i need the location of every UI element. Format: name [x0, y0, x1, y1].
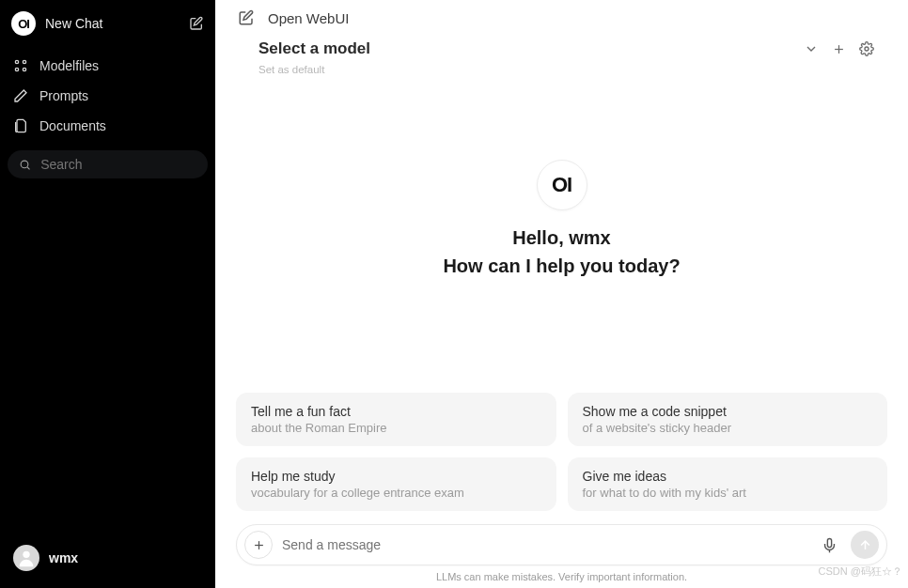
svg-point-1: [23, 60, 25, 63]
svg-line-5: [27, 166, 29, 168]
sidebar: OI New Chat Modelfiles Prompts Documents…: [0, 0, 215, 588]
sidebar-nav: Modelfiles Prompts Documents: [8, 51, 208, 141]
app-logo-icon: OI: [11, 11, 36, 36]
suggestion-card[interactable]: Show me a code snippet of a website's st…: [568, 393, 888, 446]
attach-button[interactable]: [244, 531, 273, 559]
mic-icon: [822, 537, 838, 553]
sidebar-top: OI New Chat: [8, 11, 208, 47]
new-chat-label: New Chat: [45, 16, 102, 31]
svg-point-6: [23, 551, 29, 558]
user-menu[interactable]: wmx: [8, 539, 208, 577]
svg-point-4: [21, 161, 28, 168]
disclaimer-text: LLMs can make mistakes. Verify important…: [215, 571, 908, 588]
sidebar-item-label: Prompts: [39, 88, 88, 103]
greeting-line: How can I help you today?: [443, 252, 680, 280]
svg-point-0: [15, 60, 18, 63]
svg-point-3: [23, 68, 25, 70]
suggestion-sub: for what to do with my kids' art: [583, 486, 873, 500]
sidebar-item-modelfiles[interactable]: Modelfiles: [8, 51, 208, 81]
search-input[interactable]: [40, 157, 196, 172]
arrow-up-icon: [858, 538, 872, 552]
app-logo-large-icon: OI: [537, 160, 587, 210]
search-field[interactable]: [8, 150, 208, 178]
suggestion-title: Help me study: [251, 469, 541, 484]
greeting-text: Hello, wmx How can I help you today?: [443, 224, 680, 280]
compose-icon[interactable]: [189, 16, 204, 31]
avatar: [13, 545, 39, 571]
mic-button[interactable]: [822, 537, 838, 553]
sidebar-item-prompts[interactable]: Prompts: [8, 81, 208, 111]
sidebar-item-documents[interactable]: Documents: [8, 111, 208, 141]
suggestion-card[interactable]: Help me study vocabulary for a college e…: [236, 457, 556, 511]
sidebar-item-label: Modelfiles: [39, 58, 99, 73]
message-input-bar: [236, 524, 887, 565]
suggestion-grid: Tell me a fun fact about the Roman Empir…: [215, 393, 908, 511]
app-title: Open WebUI: [268, 10, 349, 26]
new-chat-button[interactable]: OI New Chat: [11, 11, 102, 36]
message-input[interactable]: [282, 537, 812, 552]
main-area: Open WebUI Select a model Set as default…: [215, 0, 908, 588]
suggestion-sub: vocabulary for a college entrance exam: [251, 486, 541, 500]
documents-icon: [13, 118, 28, 133]
pencil-icon: [13, 88, 28, 103]
svg-point-2: [15, 68, 18, 70]
user-name-label: wmx: [49, 550, 78, 565]
welcome-block: OI Hello, wmx How can I help you today?: [215, 47, 908, 393]
suggestion-card[interactable]: Tell me a fun fact about the Roman Empir…: [236, 393, 556, 446]
plus-icon: [252, 538, 266, 552]
grid-icon: [13, 58, 28, 73]
sidebar-item-label: Documents: [39, 118, 106, 133]
suggestion-title: Give me ideas: [583, 469, 873, 484]
suggestion-card[interactable]: Give me ideas for what to do with my kid…: [568, 457, 888, 511]
suggestion-title: Show me a code snippet: [583, 404, 873, 419]
greeting-line: Hello, wmx: [443, 224, 680, 252]
compose-icon[interactable]: [238, 9, 255, 26]
suggestion-title: Tell me a fun fact: [251, 404, 541, 419]
send-button[interactable]: [851, 531, 879, 559]
suggestion-sub: of a website's sticky header: [583, 421, 873, 435]
main-header: Open WebUI: [215, 0, 908, 32]
search-icon: [19, 158, 31, 172]
suggestion-sub: about the Roman Empire: [251, 421, 541, 435]
